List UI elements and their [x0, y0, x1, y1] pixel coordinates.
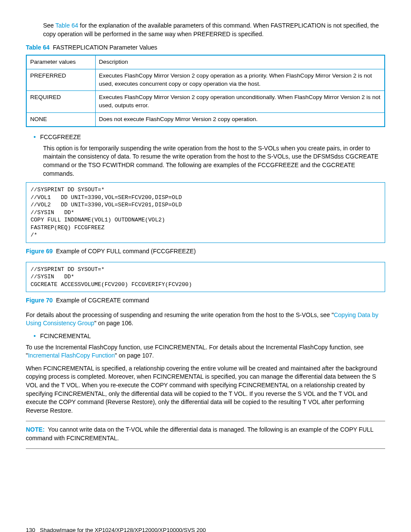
table-header-row: Parameter values Description [26, 55, 385, 69]
bullet-fcincremental-title: FCINCREMENTAL [40, 332, 385, 341]
cell-param: PREFERRED [26, 69, 95, 91]
figure70-caption: Figure 70 Example of CGCREATE command [26, 296, 385, 305]
note-block: NOTE: You cannot write data on the T-VOL… [26, 426, 385, 442]
para-fcincremental-b: " on page 107. [115, 352, 154, 359]
incremental-flashcopy-link[interactable]: Incremental FlashCopy Function [28, 352, 115, 359]
note-label: NOTE: [26, 426, 45, 433]
figure70-label: Figure 70 [26, 297, 53, 304]
intro-text-b: for the explanation of the available par… [43, 22, 379, 37]
figure69-text: Example of COPY FULL command (FCCGFREEZE… [56, 248, 196, 255]
note-text: You cannot write data on the T-VOL while… [26, 426, 374, 442]
bullet-fccgfreeze: • FCCGFREEZE [26, 133, 385, 142]
para-after70-a: For details about the processing of susp… [26, 311, 334, 318]
cell-desc: Does not execute FlashCopy Mirror Versio… [95, 113, 385, 127]
footer-title: ShadowImage for the XP1024/XP128/XP12000… [40, 527, 206, 532]
para-fcincremental-1: To use the Incremental FlashCopy functio… [26, 343, 385, 360]
table64-link[interactable]: Table 64 [56, 22, 78, 29]
page-footer: 130 ShadowImage for the XP1024/XP128/XP1… [26, 526, 385, 532]
cell-desc: Executes FlashCopy Mirror Version 2 copy… [95, 69, 385, 91]
bullet-fccgfreeze-title: FCCGFREEZE [40, 133, 385, 142]
cell-param: NONE [26, 113, 95, 127]
cell-param: REQUIRED [26, 91, 95, 113]
table-row: PREFERRED Executes FlashCopy Mirror Vers… [26, 69, 385, 91]
figure69-label: Figure 69 [26, 248, 53, 255]
note-separator-bottom [26, 448, 385, 449]
note-separator-top [26, 421, 385, 421]
table-row: NONE Does not execute FlashCopy Mirror V… [26, 113, 385, 127]
cell-desc: Executes FlashCopy Mirror Version 2 copy… [95, 91, 385, 113]
code-block-70: //SYSPRINT DD SYSOUT=* //SYSIN DD* CGCRE… [26, 262, 385, 292]
th-desc: Description [95, 55, 385, 69]
fccgfreeze-desc: This option is for temporarily suspendin… [43, 144, 385, 178]
bullet-fcincremental: • FCINCREMENTAL [26, 332, 385, 341]
th-param: Parameter values [26, 55, 95, 69]
intro-paragraph: See Table 64 for the explanation of the … [43, 22, 385, 38]
table64-caption: Table 64 FASTREPLICATION Parameter Value… [26, 44, 385, 52]
code-block-69: //SYSPRINT DD SYSOUT=* //VOL1 DD UNIT=33… [26, 182, 385, 243]
bullet-dot-icon: • [34, 332, 36, 341]
table64-caption-label: Table 64 [26, 44, 50, 51]
para-after70-b: " on page 106. [94, 320, 134, 327]
para-after-fig70: For details about the processing of susp… [26, 311, 385, 328]
figure70-text: Example of CGCREATE command [56, 297, 149, 304]
intro-text-a: See [43, 22, 56, 29]
bullet-dot-icon: • [34, 133, 36, 142]
page-number: 130 [26, 527, 35, 532]
para-fcincremental-2: When FCINCREMENTAL is specified, a relat… [26, 364, 385, 415]
table64: Parameter values Description PREFERRED E… [26, 55, 385, 127]
table64-caption-text: FASTREPLICATION Parameter Values [53, 44, 157, 51]
figure69-caption: Figure 69 Example of COPY FULL command (… [26, 247, 385, 256]
table-row: REQUIRED Executes FlashCopy Mirror Versi… [26, 91, 385, 113]
